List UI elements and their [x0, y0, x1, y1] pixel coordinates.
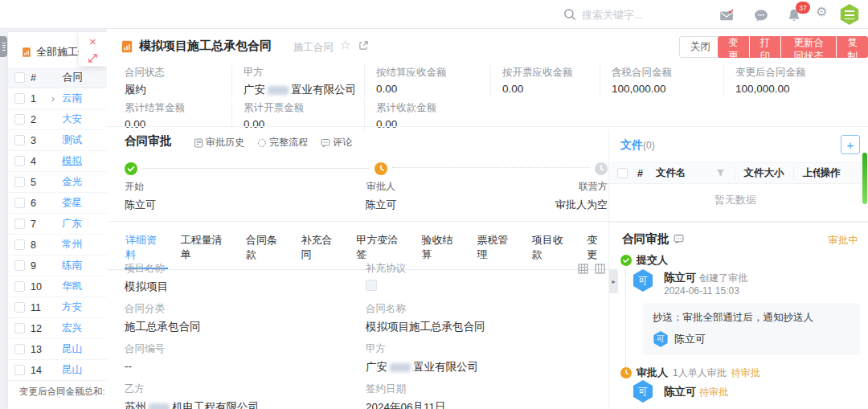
row-checkbox[interactable] [14, 239, 25, 250]
contract-link[interactable]: 方安 [62, 301, 82, 314]
scrollbar-thumb[interactable] [862, 153, 867, 204]
contract-link[interactable]: 宏兴 [62, 321, 82, 335]
add-file-button[interactable]: + [841, 135, 860, 154]
table-row[interactable]: 7广东 [8, 214, 107, 235]
project-link[interactable]: 模拟项目 [125, 280, 366, 294]
contract-link[interactable]: 娄星 [62, 196, 82, 210]
topbar: 37 ⚙ [0, 0, 868, 29]
panel-collapse-handle[interactable]: ▸ [609, 269, 618, 293]
avatar[interactable] [839, 4, 860, 25]
sidebar-collapse-handle[interactable] [0, 36, 7, 57]
contract-link[interactable]: 测试 [62, 133, 82, 147]
contract-link[interactable]: 云南 [62, 92, 82, 105]
row-checkbox[interactable] [14, 135, 25, 145]
approval-history-button[interactable]: 审批历史 [194, 136, 244, 149]
row-index: 1 [31, 93, 51, 104]
contract-link[interactable]: 广东 [62, 217, 82, 231]
table-row[interactable]: 8常州 [8, 235, 107, 256]
cc-name: 陈立可 [674, 332, 706, 346]
contract-link[interactable]: 练南 [62, 259, 82, 272]
row-checkbox[interactable] [14, 156, 25, 166]
row-checkbox[interactable] [14, 344, 25, 354]
row-checkbox[interactable] [14, 219, 25, 229]
row-checkbox[interactable] [14, 198, 25, 208]
supplement-checkbox[interactable] [366, 280, 377, 291]
gear-icon[interactable]: ⚙ [816, 6, 827, 18]
party-b-link[interactable]: 苏州机电工程有限公司 [125, 400, 366, 409]
search-icon[interactable] [563, 7, 577, 22]
table-row[interactable]: 2大安 [8, 109, 107, 130]
sum-label: 变更后合同金额总和: [19, 386, 105, 398]
contract-link[interactable]: 金光 [62, 175, 82, 189]
field-value: 100,000.00 [735, 83, 868, 95]
copy-button[interactable]: 复制 [837, 36, 868, 58]
select-all-checkbox[interactable] [14, 72, 25, 83]
mail-icon[interactable] [719, 8, 734, 22]
row-checkbox[interactable] [14, 177, 25, 187]
favorite-star-icon[interactable]: ☆ [340, 38, 350, 52]
party-a-link[interactable]: 广安置业有限公司 [244, 83, 364, 97]
files-panel: 文件(0) + # 文件名 文件大小 上传人 操作 暂无数据 [609, 130, 868, 222]
search-input[interactable] [582, 4, 719, 25]
contract-link[interactable]: 昆山 [62, 342, 82, 356]
expand-row-icon[interactable]: › [51, 93, 62, 104]
column-view-icon[interactable] [595, 264, 605, 274]
row-checkbox[interactable] [14, 260, 25, 271]
field-label: 累计开票金额 [244, 101, 364, 115]
comment-button[interactable]: 评论 [321, 136, 352, 149]
submitter-name: 陈立可 创建了审批 [664, 271, 747, 285]
row-checkbox[interactable] [14, 114, 25, 125]
expand-icon[interactable] [88, 53, 98, 63]
contract-link[interactable]: 模拟 [62, 154, 82, 168]
list-header: # 合同 [8, 67, 107, 88]
chat-icon[interactable] [754, 8, 768, 22]
table-row-active[interactable]: 4模拟 [8, 151, 107, 172]
table-row[interactable]: 10华凯 [8, 276, 107, 297]
row-checkbox[interactable] [14, 93, 25, 104]
full-flow-button[interactable]: 完整流程 [257, 136, 308, 149]
files-table-header: # 文件名 文件大小 上传人 操作 [609, 162, 862, 184]
step-partner: 联营方审批人为空 [527, 180, 608, 212]
open-external-icon[interactable] [358, 40, 369, 51]
close-button[interactable]: 关闭 [679, 36, 722, 58]
row-checkbox[interactable] [14, 365, 25, 375]
table-row[interactable]: 9练南 [8, 256, 107, 276]
received-amount-link[interactable]: 0.00 [376, 118, 490, 130]
grid-view-icon[interactable] [578, 264, 588, 274]
document-icon [120, 39, 134, 54]
contract-list-panel: × 全部施工合同 # 合同 1›云南 2大安 3测试 4模拟 5金光 6娄星 7… [8, 32, 107, 409]
party-a-link[interactable]: 广安置业有限公司 [366, 360, 597, 374]
invoiced-amount-link[interactable]: 0.00 [244, 118, 364, 130]
row-index: 2 [31, 114, 51, 125]
redacted-text [268, 86, 289, 95]
timeline-line [625, 269, 626, 367]
table-row[interactable]: 6娄星 [8, 193, 107, 214]
change-button[interactable]: 变更 [718, 36, 749, 58]
table-row[interactable]: 11方安 [8, 297, 107, 318]
field-value: -- [125, 360, 366, 374]
field-label: 合同状态 [125, 66, 231, 80]
update-status-button[interactable]: 更新合同状态 [781, 36, 836, 58]
table-row[interactable]: 12宏兴 [8, 318, 107, 339]
filter-icon[interactable] [716, 169, 725, 178]
contract-link[interactable]: 昆山 [62, 363, 82, 377]
table-row[interactable]: 3测试 [8, 130, 107, 151]
table-row[interactable]: 13昆山 [8, 339, 107, 360]
contract-link[interactable]: 大安 [62, 112, 82, 126]
comment-icon[interactable] [674, 234, 684, 244]
contract-link[interactable]: 华凯 [62, 280, 82, 293]
contract-link[interactable]: 常州 [62, 238, 82, 252]
col-uploader: 上传人 [793, 166, 820, 180]
table-row[interactable]: 14昆山 [8, 360, 107, 381]
row-checkbox[interactable] [14, 323, 25, 333]
print-button[interactable]: 打印 [750, 36, 781, 58]
row-checkbox[interactable] [14, 281, 25, 292]
step-connector [142, 168, 370, 169]
table-row[interactable]: 1›云南 [8, 88, 107, 109]
row-checkbox[interactable] [14, 302, 25, 313]
notification-badge: 37 [796, 2, 810, 14]
close-icon[interactable]: × [89, 35, 96, 47]
row-index: 3 [31, 135, 51, 146]
table-row[interactable]: 5金光 [8, 172, 107, 193]
select-all-checkbox[interactable] [617, 168, 628, 178]
